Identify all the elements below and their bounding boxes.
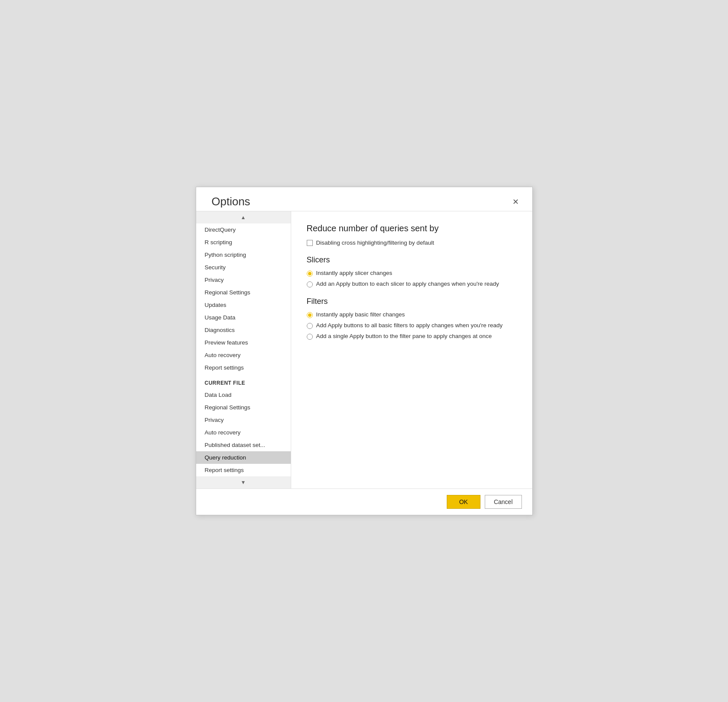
current-file-item-auto-recovery[interactable]: Auto recovery xyxy=(196,426,291,439)
filter-label-2: Add a single Apply button to the filter … xyxy=(316,333,492,339)
scroll-down-button[interactable]: ▼ xyxy=(196,476,291,488)
sidebar-item-r-scripting[interactable]: R scripting xyxy=(196,236,291,249)
sidebar: ▲ DirectQueryR scriptingPython scripting… xyxy=(196,211,291,488)
current-file-item-query-reduction[interactable]: Query reduction xyxy=(196,451,291,464)
filter-options: Instantly apply basic filter changesAdd … xyxy=(307,311,517,340)
current-file-item-published-dataset-set...[interactable]: Published dataset set... xyxy=(196,439,291,451)
options-dialog: Options ✕ ▲ DirectQueryR scriptingPython… xyxy=(196,187,533,515)
sidebar-item-report-settings[interactable]: Report settings xyxy=(196,361,291,374)
filter-option-row-2: Add a single Apply button to the filter … xyxy=(307,333,517,340)
filters-heading: Filters xyxy=(307,297,517,306)
global-nav-section: DirectQueryR scriptingPython scriptingSe… xyxy=(196,223,291,374)
current-file-item-data-load[interactable]: Data Load xyxy=(196,389,291,401)
filter-label-1: Add Apply buttons to all basic filters t… xyxy=(316,322,503,329)
dialog-header: Options ✕ xyxy=(196,187,532,211)
cancel-button[interactable]: Cancel xyxy=(485,495,522,509)
slicer-radio-0[interactable] xyxy=(307,271,313,277)
dialog-title: Options xyxy=(212,195,251,208)
slicer-label-0: Instantly apply slicer changes xyxy=(316,270,392,276)
current-file-item-regional-settings[interactable]: Regional Settings xyxy=(196,401,291,414)
cross-highlight-label: Disabling cross highlighting/filtering b… xyxy=(316,239,434,246)
close-button[interactable]: ✕ xyxy=(510,196,522,208)
slicer-label-1: Add an Apply button to each slicer to ap… xyxy=(316,281,499,287)
sidebar-scroll: DirectQueryR scriptingPython scriptingSe… xyxy=(196,223,291,476)
slicer-radio-1[interactable] xyxy=(307,281,313,287)
content-pane: Reduce number of queries sent by Disabli… xyxy=(291,211,532,488)
dialog-body: ▲ DirectQueryR scriptingPython scripting… xyxy=(196,211,532,488)
sidebar-item-privacy[interactable]: Privacy xyxy=(196,274,291,286)
filter-radio-1[interactable] xyxy=(307,323,313,329)
main-heading: Reduce number of queries sent by xyxy=(307,223,517,233)
sidebar-item-preview-features[interactable]: Preview features xyxy=(196,336,291,349)
slicer-options: Instantly apply slicer changesAdd an App… xyxy=(307,270,517,287)
slicers-heading: Slicers xyxy=(307,255,517,265)
slicer-option-row-1: Add an Apply button to each slicer to ap… xyxy=(307,281,517,287)
filter-option-row-1: Add Apply buttons to all basic filters t… xyxy=(307,322,517,329)
filter-label-0: Instantly apply basic filter changes xyxy=(316,311,405,318)
sidebar-item-directquery[interactable]: DirectQuery xyxy=(196,223,291,236)
sidebar-item-auto-recovery[interactable]: Auto recovery xyxy=(196,349,291,361)
scroll-up-button[interactable]: ▲ xyxy=(196,211,291,223)
sidebar-item-updates[interactable]: Updates xyxy=(196,299,291,311)
sidebar-item-python-scripting[interactable]: Python scripting xyxy=(196,249,291,261)
slicer-option-row-0: Instantly apply slicer changes xyxy=(307,270,517,277)
sidebar-item-diagnostics[interactable]: Diagnostics xyxy=(196,324,291,336)
ok-button[interactable]: OK xyxy=(447,495,480,509)
current-file-nav-section: Data LoadRegional SettingsPrivacyAuto re… xyxy=(196,389,291,476)
cross-highlight-checkbox[interactable] xyxy=(307,240,313,246)
sidebar-item-regional-settings[interactable]: Regional Settings xyxy=(196,286,291,299)
current-file-item-report-settings[interactable]: Report settings xyxy=(196,464,291,476)
cross-highlight-row: Disabling cross highlighting/filtering b… xyxy=(307,239,517,246)
sidebar-item-usage-data[interactable]: Usage Data xyxy=(196,311,291,324)
current-file-header: CURRENT FILE xyxy=(196,374,291,389)
current-file-item-privacy[interactable]: Privacy xyxy=(196,414,291,426)
sidebar-item-security[interactable]: Security xyxy=(196,261,291,274)
filter-option-row-0: Instantly apply basic filter changes xyxy=(307,311,517,318)
filter-radio-2[interactable] xyxy=(307,334,313,340)
dialog-footer: OK Cancel xyxy=(196,488,532,515)
filter-radio-0[interactable] xyxy=(307,312,313,318)
